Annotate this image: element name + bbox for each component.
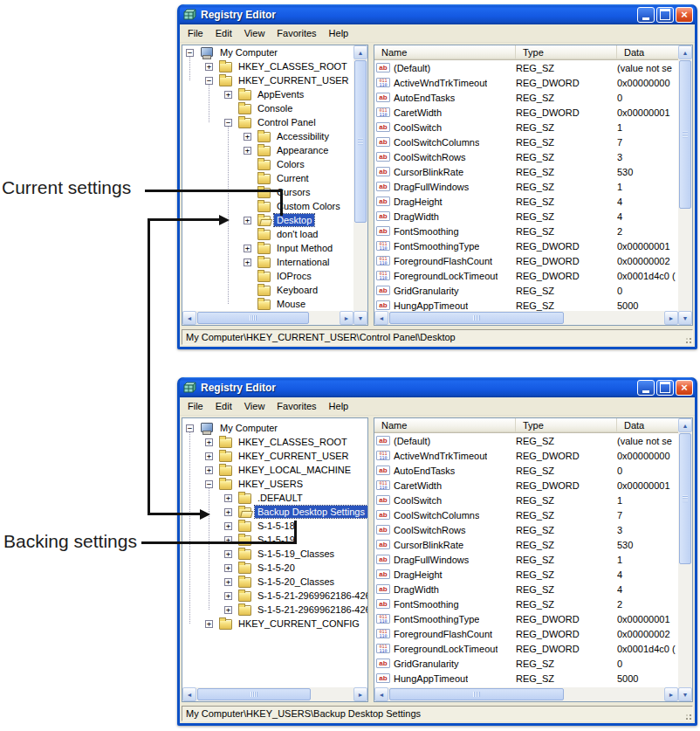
tree-item-default[interactable]: +.DEFAULT — [182, 491, 367, 505]
resize-grip[interactable] — [690, 341, 691, 343]
value-row-coolswitchrows[interactable]: abCoolSwitchRowsREG_SZ3 — [374, 149, 678, 164]
menu-help[interactable]: Help — [323, 25, 355, 42]
expand-plus-icon[interactable]: + — [224, 578, 232, 586]
tree-item-accessibility[interactable]: +Accessibility — [182, 129, 353, 143]
expand-plus-icon[interactable]: + — [224, 564, 232, 572]
tree-item-s-1-5-19-classes[interactable]: +S-1-5-19_Classes — [182, 547, 367, 561]
scroll-thumb[interactable] — [679, 60, 691, 209]
column-header-data[interactable]: Data — [617, 418, 678, 432]
collapse-minus-icon[interactable]: − — [186, 49, 194, 57]
value-row-dragheight[interactable]: abDragHeightREG_SZ4 — [374, 194, 678, 209]
maximize-button[interactable] — [656, 380, 674, 396]
scroll-up-arrow[interactable]: ▲ — [678, 45, 692, 59]
tree-vertical-scrollbar[interactable]: ▲ ▼ — [353, 45, 367, 325]
tree-item-s-1-5-21-2969962186-4269[interactable]: +S-1-5-21-2969962186-4269 — [182, 603, 367, 617]
value-row-foregroundflashcount[interactable]: 011110ForegroundFlashCountREG_DWORD0x000… — [374, 253, 678, 268]
column-header-name[interactable]: Name — [374, 45, 516, 59]
menu-view[interactable]: View — [238, 25, 271, 42]
title-bar[interactable]: Registry Editor × — [180, 377, 695, 397]
expand-plus-icon[interactable]: + — [224, 522, 232, 530]
close-button[interactable]: × — [676, 380, 693, 396]
menu-favorites[interactable]: Favorites — [271, 398, 322, 415]
scroll-up-arrow[interactable]: ▲ — [353, 45, 367, 59]
value-row-coolswitch[interactable]: abCoolSwitchREG_SZ1 — [374, 120, 678, 134]
expand-plus-icon[interactable]: + — [205, 620, 213, 628]
value-row-default[interactable]: ab(Default)REG_SZ(value not se — [374, 433, 678, 448]
collapse-minus-icon[interactable]: − — [205, 480, 213, 488]
tree-item-my-computer[interactable]: −My Computer — [182, 421, 367, 435]
expand-plus-icon[interactable]: + — [244, 245, 251, 252]
expand-plus-icon[interactable]: + — [224, 592, 232, 600]
scroll-right-arrow[interactable]: ► — [340, 311, 353, 325]
value-row-foregroundflashcount[interactable]: 011110ForegroundFlashCountREG_DWORD0x000… — [374, 626, 678, 641]
resize-grip[interactable] — [690, 718, 691, 720]
value-row-cursorblinkrate[interactable]: abCursorBlinkRateREG_SZ530 — [374, 537, 678, 552]
tree-horizontal-scrollbar[interactable]: ◄ ► — [182, 311, 353, 325]
value-row-autoendtasks[interactable]: abAutoEndTasksREG_SZ0 — [374, 90, 678, 105]
column-header-name[interactable]: Name — [374, 418, 516, 432]
tree-item-ioprocs[interactable]: IOProcs — [182, 269, 353, 283]
tree-item-input-method[interactable]: +Input Method — [182, 241, 353, 255]
tree-item-hkey-current-config[interactable]: +HKEY_CURRENT_CONFIG — [182, 617, 367, 631]
tree-item-hkey-current-user[interactable]: −HKEY_CURRENT_USER — [182, 73, 353, 87]
tree-item-s-1-5-18[interactable]: +S-1-5-18 — [182, 519, 367, 533]
tree-item-don-t-load[interactable]: don't load — [182, 227, 353, 241]
tree-item-hkey-classes-root[interactable]: +HKEY_CLASSES_ROOT — [182, 435, 367, 449]
scroll-left-arrow[interactable]: ◄ — [182, 687, 196, 701]
expand-plus-icon[interactable]: + — [205, 438, 213, 446]
scroll-thumb[interactable] — [354, 60, 367, 223]
value-row-foregroundlocktimeout[interactable]: 011110ForegroundLockTimeoutREG_DWORD0x00… — [374, 641, 678, 656]
value-row-caretwidth[interactable]: 011110CaretWidthREG_DWORD0x00000001 — [374, 478, 678, 493]
value-row-default[interactable]: ab(Default)REG_SZ(value not se — [374, 60, 678, 75]
value-row-hungapptimeout[interactable]: abHungAppTimeoutREG_SZ5000 — [374, 298, 678, 311]
tree-item-appearance[interactable]: +Appearance — [182, 143, 353, 157]
tree-item-control-panel[interactable]: −Control Panel — [182, 115, 353, 129]
value-row-coolswitchcolumns[interactable]: abCoolSwitchColumnsREG_SZ7 — [374, 507, 678, 522]
menu-edit[interactable]: Edit — [209, 398, 238, 415]
menu-file[interactable]: File — [182, 25, 209, 42]
expand-plus-icon[interactable]: + — [205, 452, 213, 460]
scroll-left-arrow[interactable]: ◄ — [374, 687, 388, 701]
value-row-fontsmoothing[interactable]: abFontSmoothingREG_SZ2 — [374, 597, 678, 611]
tree-item-hkey-local-machine[interactable]: +HKEY_LOCAL_MACHINE — [182, 463, 367, 477]
title-bar[interactable]: Registry Editor × — [180, 4, 695, 24]
tree-item-s-1-5-20[interactable]: +S-1-5-20 — [182, 561, 367, 575]
scroll-left-arrow[interactable]: ◄ — [182, 311, 196, 325]
value-row-hungapptimeout[interactable]: abHungAppTimeoutREG_SZ5000 — [374, 671, 678, 686]
expand-plus-icon[interactable]: + — [244, 147, 251, 155]
tree-item-console[interactable]: Console — [182, 101, 353, 115]
value-row-gridgranularity[interactable]: abGridGranularityREG_SZ0 — [374, 656, 678, 671]
expand-plus-icon[interactable]: + — [224, 508, 232, 516]
tree-item-hkey-users[interactable]: −HKEY_USERS — [182, 477, 367, 491]
value-row-activewndtrktimeout[interactable]: 011110ActiveWndTrkTimeoutREG_DWORD0x0000… — [374, 448, 678, 463]
tree-item-international[interactable]: +International — [182, 255, 353, 269]
list-vertical-scrollbar[interactable]: ▲ ▼ — [678, 45, 692, 325]
tree-item-mouse[interactable]: Mouse — [182, 297, 353, 311]
menu-edit[interactable]: Edit — [209, 25, 238, 42]
value-row-dragheight[interactable]: abDragHeightREG_SZ4 — [374, 567, 678, 582]
minimize-button[interactable] — [637, 380, 655, 396]
scroll-right-arrow[interactable]: ► — [664, 311, 678, 325]
value-row-coolswitchcolumns[interactable]: abCoolSwitchColumnsREG_SZ7 — [374, 134, 678, 149]
column-header-data[interactable]: Data — [617, 45, 678, 59]
value-row-autoendtasks[interactable]: abAutoEndTasksREG_SZ0 — [374, 463, 678, 478]
scroll-thumb[interactable] — [197, 312, 309, 324]
scroll-thumb[interactable] — [197, 688, 311, 700]
tree-item-hkey-current-user[interactable]: +HKEY_CURRENT_USER — [182, 449, 367, 463]
value-row-coolswitch[interactable]: abCoolSwitchREG_SZ1 — [374, 493, 678, 507]
scroll-down-arrow[interactable]: ▼ — [678, 687, 692, 701]
tree-item-s-1-5-21-2969962186-4269[interactable]: +S-1-5-21-2969962186-4269 — [182, 589, 367, 603]
list-vertical-scrollbar[interactable]: ▲ ▼ — [678, 418, 692, 701]
expand-plus-icon[interactable]: + — [205, 63, 213, 71]
tree-item-colors[interactable]: Colors — [182, 157, 353, 171]
tree-item-current[interactable]: Current — [182, 171, 353, 185]
expand-plus-icon[interactable]: + — [224, 91, 232, 99]
value-row-fontsmoothing[interactable]: abFontSmoothingREG_SZ2 — [374, 224, 678, 238]
expand-plus-icon[interactable]: + — [244, 133, 251, 141]
value-row-fontsmoothingtype[interactable]: 011110FontSmoothingTypeREG_DWORD0x000000… — [374, 611, 678, 626]
collapse-minus-icon[interactable]: − — [205, 77, 213, 85]
value-row-fontsmoothingtype[interactable]: 011110FontSmoothingTypeREG_DWORD0x000000… — [374, 238, 678, 253]
tree-item-s-1-5-19[interactable]: +S-1-5-19 — [182, 533, 367, 547]
value-row-caretwidth[interactable]: 011110CaretWidthREG_DWORD0x00000001 — [374, 105, 678, 120]
collapse-minus-icon[interactable]: − — [186, 424, 194, 432]
